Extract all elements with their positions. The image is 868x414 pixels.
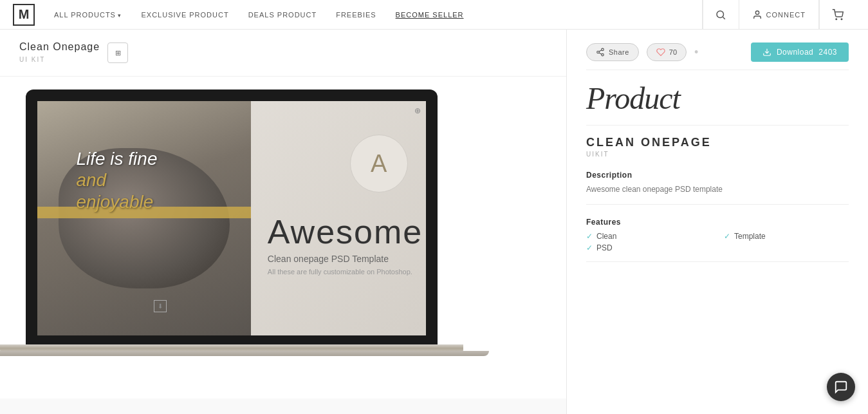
share-label: Share [609, 48, 629, 56]
product-title: Clean Onepage [19, 41, 100, 53]
share-icon [596, 48, 605, 57]
awesome-text: Awesome [268, 212, 423, 251]
svg-point-3 [836, 19, 837, 20]
svg-line-8 [599, 53, 602, 54]
left-panel: Clean Onepage UI KIT ⊞ [0, 30, 566, 414]
svg-point-6 [597, 51, 600, 53]
laptop-bottom [0, 351, 489, 356]
description-heading: Description [586, 171, 849, 180]
feature-item-template: ✓ Template [724, 232, 849, 241]
divider-bottom [586, 261, 849, 262]
screen-statue [37, 101, 251, 335]
download-count: 2403 [818, 48, 837, 57]
product-title-block: Clean Onepage UI KIT [19, 41, 100, 64]
navbar: M ALL PRODUCTS EXCLUSIVE PRODUCT DEALS P… [0, 0, 868, 30]
right-panel: Share 70 • Download 2403 Product CLEAN O [566, 30, 868, 414]
divider-mid [586, 204, 849, 205]
dot-separator: • [694, 46, 698, 59]
center-desc: All these are fully customizable on Phot… [268, 268, 423, 276]
download-icon [762, 48, 771, 57]
chat-icon [834, 380, 848, 394]
center-subtitle: Clean onepage PSD Template [268, 254, 423, 264]
feature-item-clean: ✓ Clean [586, 232, 711, 241]
avatar-circle: A [350, 135, 408, 193]
screen-line2: and [76, 169, 157, 191]
content-area: Clean Onepage UI KIT ⊞ [0, 30, 868, 414]
nav-all-products[interactable]: ALL PRODUCTS [54, 11, 122, 19]
screen-text-overlay: Life is fine and enjoyable [76, 148, 157, 213]
divider-top [586, 125, 849, 126]
check-icon-template: ✓ [724, 232, 730, 241]
feature-label-template: Template [734, 232, 766, 241]
check-icon-psd: ✓ [586, 243, 593, 252]
product-script-label: Product [586, 80, 849, 116]
feature-item-psd: ✓ PSD [586, 243, 711, 252]
cart-icon [832, 9, 844, 21]
product-name-heading: CLEAN ONEPAGE [586, 136, 849, 149]
right-top-bar: Share 70 • Download 2403 [586, 42, 849, 70]
product-subtitle: UI KIT [19, 56, 45, 63]
navbar-right: CONNECT [702, 0, 855, 30]
check-icon-clean: ✓ [586, 232, 593, 241]
user-icon [752, 10, 762, 20]
share-button[interactable]: Share [586, 43, 639, 61]
nav-freebies[interactable]: FREEBIES [336, 11, 376, 19]
search-button[interactable] [703, 0, 739, 30]
screen-line3: enjoyable [76, 191, 157, 213]
preview-area: Life is fine and enjoyable ⊕ ⬇ A [0, 77, 566, 399]
download-label: Download [777, 48, 813, 57]
chat-widget[interactable] [827, 373, 855, 401]
cart-button[interactable] [819, 0, 855, 30]
center-overlay: Awesome Clean onepage PSD Template All t… [268, 212, 423, 276]
like-button[interactable]: 70 [647, 43, 687, 61]
nav-become-seller[interactable]: BECOME SELLER [396, 11, 464, 19]
nav-exclusive-product[interactable]: EXCLUSIVE PRODUCT [141, 11, 228, 19]
feature-label-clean: Clean [596, 232, 616, 241]
svg-line-1 [723, 17, 725, 19]
screen-line1: Life is fine [76, 148, 157, 170]
svg-point-0 [717, 11, 724, 18]
heart-icon [656, 48, 665, 57]
svg-line-9 [599, 50, 602, 52]
nav-deals-product[interactable]: DEALS PRODUCT [248, 11, 317, 19]
zoom-icon: ⊕ [414, 106, 421, 115]
svg-point-4 [841, 19, 842, 20]
product-type-label: UIKIT [586, 151, 849, 158]
svg-point-7 [602, 53, 604, 56]
features-heading: Features [586, 218, 849, 227]
svg-point-2 [755, 11, 759, 14]
product-header: Clean Onepage UI KIT ⊞ [0, 30, 566, 77]
like-count: 70 [669, 48, 677, 56]
connect-button[interactable]: CONNECT [739, 0, 819, 30]
features-grid: ✓ Clean ✓ Template ✓ PSD [586, 232, 849, 252]
svg-point-5 [602, 48, 604, 51]
feature-label-psd: PSD [596, 243, 613, 252]
product-badge[interactable]: ⊞ [107, 42, 128, 63]
search-icon [715, 9, 726, 21]
connect-label: CONNECT [766, 11, 806, 19]
site-logo[interactable]: M [13, 4, 35, 26]
laptop-mockup: Life is fine and enjoyable ⊕ ⬇ [0, 89, 515, 399]
screen-download-icon: ⬇ [154, 300, 167, 312]
download-button[interactable]: Download 2403 [751, 42, 849, 62]
description-text: Awesome clean onepage PSD template [586, 183, 849, 195]
nav-links: ALL PRODUCTS EXCLUSIVE PRODUCT DEALS PRO… [54, 11, 702, 19]
